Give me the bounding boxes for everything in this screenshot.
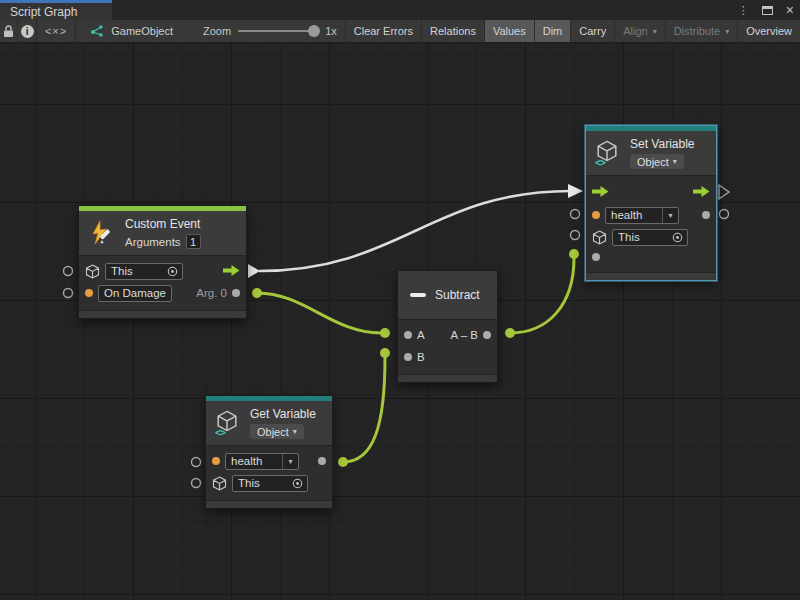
variable-name-dropdown[interactable]: health ▾ <box>225 453 299 470</box>
node-footer <box>206 500 332 508</box>
target-picker-icon[interactable] <box>672 232 683 243</box>
get-variable-body: health ▾ This <box>206 445 332 500</box>
chevron-down-icon: ▾ <box>653 27 657 36</box>
node-title: Custom Event <box>125 217 201 231</box>
flow-wire-end-arrow-icon <box>568 184 583 198</box>
zoom-label: Zoom <box>203 25 231 37</box>
arg0-output-port[interactable] <box>232 289 240 297</box>
variable-cube-icon: <> <box>216 410 241 436</box>
distribute-button[interactable]: Distribute ▾ <box>665 20 737 42</box>
node-footer <box>398 374 497 382</box>
overview-button[interactable]: Overview <box>737 20 800 42</box>
subtract-body: A A – B B <box>398 319 497 374</box>
flow-out-port[interactable] <box>223 265 240 278</box>
target-field[interactable]: This <box>612 229 688 246</box>
zoom-control: Zoom 1x <box>203 20 337 42</box>
carry-button[interactable]: Carry <box>570 20 614 42</box>
wire-arg0-to-subtract-a <box>257 293 381 333</box>
cube-icon <box>212 476 227 491</box>
graph-icon <box>90 24 104 38</box>
node-footer <box>586 272 716 280</box>
zoom-slider-handle[interactable] <box>308 25 320 37</box>
value-output-port[interactable] <box>318 457 326 465</box>
align-button[interactable]: Align ▾ <box>614 20 664 42</box>
input-a-row: A A – B <box>398 324 497 346</box>
target-picker-icon[interactable] <box>292 478 303 489</box>
event-port[interactable] <box>85 289 93 297</box>
input-a-label: A <box>417 329 425 341</box>
target-picker-icon[interactable] <box>167 266 178 277</box>
wire-subtract-to-setvariable <box>510 258 574 333</box>
subtract-header: Subtract <box>398 271 497 319</box>
node-title: Get Variable <box>250 407 316 421</box>
target-row: This <box>586 226 716 248</box>
tab-title: Script Graph <box>10 5 77 19</box>
window-controls: ⋮ × <box>738 0 794 20</box>
chevron-down-icon: ▾ <box>282 454 298 469</box>
wire-getvariable-to-subtract-b <box>343 357 385 462</box>
relations-button[interactable]: Relations <box>421 20 484 42</box>
edit-graph-button[interactable]: <×> <box>37 20 76 42</box>
value-output-port[interactable] <box>702 211 710 219</box>
node-set-variable[interactable]: <> Set Variable Object ▾ <box>585 125 717 281</box>
chevron-down-icon: ▾ <box>662 208 678 223</box>
tab-script-graph[interactable]: Script Graph <box>0 0 112 20</box>
event-name-row: On Damage Arg. 0 <box>79 282 246 304</box>
minus-icon <box>410 293 426 297</box>
variable-name-row: health ▾ <box>206 450 332 472</box>
node-get-variable[interactable]: <> Get Variable Object ▾ health ▾ <box>205 395 333 509</box>
variable-name-dropdown[interactable]: health ▾ <box>605 207 679 224</box>
variable-cube-icon: <> <box>596 140 621 166</box>
graph-target: GameObject <box>76 20 173 42</box>
zoom-slider[interactable] <box>238 30 318 32</box>
lock-button[interactable] <box>0 20 18 42</box>
arguments-count-field[interactable]: 1 <box>186 234 201 249</box>
flow-in-port[interactable] <box>592 186 609 199</box>
value-input-port[interactable] <box>592 253 600 261</box>
dim-button[interactable]: Dim <box>534 20 571 42</box>
chevron-down-icon: ▾ <box>293 427 297 436</box>
input-a-port[interactable] <box>404 331 412 339</box>
graph-canvas[interactable]: Custom Event Arguments 1 This <box>0 43 800 600</box>
variable-scope-dropdown[interactable]: Object ▾ <box>630 154 684 169</box>
target-field[interactable]: This <box>232 475 308 492</box>
arg0-label: Arg. 0 <box>196 287 227 299</box>
flow-wire-customevent-to-setvariable[interactable] <box>259 191 571 271</box>
tab-strip: Script Graph ⋮ × <box>0 0 800 20</box>
info-button[interactable]: i <box>18 20 36 42</box>
set-variable-header: <> Set Variable Object ▾ <box>586 131 716 175</box>
custom-event-header: Custom Event Arguments 1 <box>79 211 246 255</box>
name-port[interactable] <box>212 457 220 465</box>
flow-arrow-icon <box>592 186 609 197</box>
window-menu-icon[interactable]: ⋮ <box>738 5 749 16</box>
name-port[interactable] <box>592 211 600 219</box>
node-subtract[interactable]: Subtract A A – B B <box>397 270 498 383</box>
code-icon: <×> <box>45 25 67 37</box>
flow-wire-start-arrow-icon <box>248 264 260 278</box>
node-title: Set Variable <box>630 137 694 151</box>
set-variable-body: health ▾ This <box>586 175 716 272</box>
script-graph-window: Script Graph ⋮ × i <×> <box>0 0 800 600</box>
clear-errors-button[interactable]: Clear Errors <box>345 20 421 42</box>
gameobject-label: GameObject <box>111 25 173 37</box>
variable-scope-dropdown[interactable]: Object ▾ <box>250 424 304 439</box>
input-b-row: B <box>398 346 497 368</box>
lock-icon <box>3 25 14 38</box>
info-icon: i <box>21 25 34 38</box>
output-port[interactable] <box>483 331 491 339</box>
maximize-icon[interactable] <box>762 6 773 15</box>
flow-arrow-icon <box>693 186 710 197</box>
flow-out-port[interactable] <box>693 186 710 199</box>
event-name-field[interactable]: On Damage <box>98 285 172 302</box>
values-button[interactable]: Values <box>484 20 534 42</box>
value-input-row <box>586 248 716 266</box>
arguments-label: Arguments <box>125 236 181 248</box>
custom-event-body: This On Damage <box>79 255 246 310</box>
node-custom-event[interactable]: Custom Event Arguments 1 This <box>78 205 247 319</box>
chevron-down-icon: ▾ <box>673 157 677 166</box>
variable-name-row: health ▾ <box>586 204 716 226</box>
input-b-port[interactable] <box>404 353 412 361</box>
graph-toolbar: i <×> GameObject Zoom 1x Clear Errors <box>0 20 800 43</box>
target-field[interactable]: This <box>105 263 183 280</box>
close-icon[interactable]: × <box>786 3 794 17</box>
